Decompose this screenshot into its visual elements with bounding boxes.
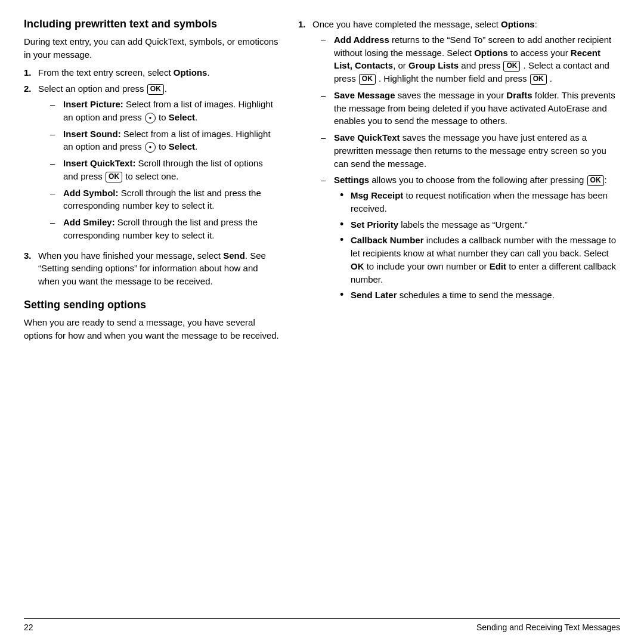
bullet4-text: Send Later schedules a time to send the … (351, 289, 555, 302)
send-bold: Send (223, 250, 245, 261)
bullet2-dot: • (340, 218, 347, 231)
drafts-bold: Drafts (506, 90, 532, 100)
step2-num: 2. (24, 82, 35, 245)
nav-circle-2 (145, 142, 156, 153)
insert-picture-bold: Insert Picture: (63, 99, 123, 109)
dash5: – (50, 216, 60, 242)
select-bold-2: Select (169, 141, 195, 151)
msg-receipt-bold: Msg Receipt (351, 190, 403, 200)
bullet3-text: Callback Number includes a callback numb… (351, 234, 620, 286)
bullet1-text: Msg Receipt to request notification when… (351, 189, 620, 215)
dash1-text: Insert Picture: Select from a list of im… (63, 98, 280, 124)
right-step1-content: Once you have completed the message, sel… (312, 18, 620, 308)
bullet-msg-receipt: • Msg Receipt to request notification wh… (340, 189, 620, 215)
ok-btn-iqt: OK (106, 172, 122, 182)
right-dash-save-message: – Save Message saves the message in your… (321, 89, 620, 128)
dash5-text: Add Smiley: Scroll through the list and … (63, 216, 280, 242)
right-dash4-text: Settings allows you to choose from the f… (334, 174, 620, 305)
right-dash2-text: Save Message saves the message in your D… (334, 89, 620, 128)
bullet1-dot: • (340, 189, 347, 215)
dash1: – (50, 98, 60, 124)
right-dash-settings: – Settings allows you to choose from the… (321, 174, 620, 305)
content-area: Including prewritten text and symbols Du… (24, 18, 620, 612)
bullet-send-later: • Send Later schedules a time to send th… (340, 289, 620, 302)
right-step-1: 1. Once you have completed the message, … (298, 18, 620, 308)
right-dash3-text: Save QuickText saves the message you hav… (334, 131, 620, 170)
section2: Setting sending options When you are rea… (24, 299, 280, 342)
right-numbered-list: 1. Once you have completed the message, … (298, 18, 620, 308)
step1-num: 1. (24, 66, 35, 79)
right-dash4: – (321, 174, 330, 305)
dash-insert-quicktext: – Insert QuickText: Scroll through the l… (50, 157, 280, 183)
section1-intro: During text entry, you can add QuickText… (24, 35, 280, 61)
ok-btn-step2: OK (147, 84, 164, 95)
bullet-set-priority: • Set Priority labels the message as “Ur… (340, 218, 620, 231)
ok-btn-aa1: OK (503, 61, 520, 72)
ok-btn-settings: OK (587, 175, 604, 186)
footer-title: Sending and Receiving Text Messages (476, 623, 620, 632)
set-priority-bold: Set Priority (351, 219, 398, 230)
settings-bold: Settings (334, 175, 369, 185)
options-mid-bold: Options (474, 48, 508, 58)
step2-dash-list: – Insert Picture: Select from a list of … (50, 98, 280, 242)
step3-num: 3. (24, 249, 35, 288)
nav-circle-1 (145, 113, 156, 123)
step2-text: Select an option and press OK. – Insert … (38, 82, 280, 245)
insert-quicktext-bold: Insert QuickText: (63, 158, 135, 168)
footer: 22 Sending and Receiving Text Messages (24, 618, 620, 632)
ok-text-bold: OK (351, 261, 364, 271)
step2-text-content: Select an option and press OK. (38, 83, 167, 94)
right-dash-add-address: – Add Address returns to the “Send To” s… (321, 33, 620, 85)
dash3-text: Insert QuickText: Scroll through the lis… (63, 157, 280, 183)
left-step-2: 2. Select an option and press OK. – Inse… (24, 82, 280, 245)
ok-btn-aa2: OK (359, 74, 376, 85)
step1-options-bold: Options (174, 67, 208, 78)
recent-list-bold: Recent List, Contacts (334, 48, 600, 71)
dash2-text: Insert Sound: Select from a list of imag… (63, 128, 280, 154)
step1-text: From the text entry screen, select Optio… (38, 66, 210, 79)
right-dash3: – (321, 131, 330, 170)
select-bold-1: Select (169, 112, 195, 122)
section1-heading: Including prewritten text and symbols (24, 18, 280, 30)
ok-btn-aa3: OK (530, 74, 547, 85)
section2-intro: When you are ready to send a message, yo… (24, 316, 280, 342)
save-quicktext-bold: Save QuickText (334, 132, 400, 143)
save-message-bold: Save Message (334, 90, 395, 100)
step3-text: When you have finished your message, sel… (38, 249, 280, 288)
right-column: 1. Once you have completed the message, … (298, 18, 620, 612)
dash2: – (50, 128, 60, 154)
right-dash1: – (321, 33, 330, 85)
bullet-callback-number: • Callback Number includes a callback nu… (340, 234, 620, 286)
dash4-text: Add Symbol: Scroll through the list and … (63, 187, 280, 213)
bullet3-dot: • (340, 234, 347, 286)
edit-bold: Edit (490, 261, 506, 271)
footer-page-number: 22 (24, 623, 33, 632)
dash3: – (50, 157, 60, 183)
right-dash-save-quicktext: – Save QuickText saves the message you h… (321, 131, 620, 170)
left-column: Including prewritten text and symbols Du… (24, 18, 280, 612)
group-lists-bold: Group Lists (408, 60, 459, 70)
dash-insert-picture: – Insert Picture: Select from a list of … (50, 98, 280, 124)
page: Including prewritten text and symbols Du… (0, 0, 644, 644)
right-dash-list: – Add Address returns to the “Send To” s… (321, 33, 620, 305)
dash4: – (50, 187, 60, 213)
send-later-bold: Send Later (351, 290, 397, 300)
settings-bullet-list: • Msg Receipt to request notification wh… (340, 189, 620, 302)
add-address-bold: Add Address (334, 35, 389, 45)
dash-add-smiley: – Add Smiley: Scroll through the list an… (50, 216, 280, 242)
options-bold-right: Options (501, 19, 535, 29)
left-step-3: 3. When you have finished your message, … (24, 249, 280, 288)
left-step-1: 1. From the text entry screen, select Op… (24, 66, 280, 79)
add-symbol-bold: Add Symbol: (63, 188, 119, 198)
right-dash2: – (321, 89, 330, 128)
right-step1-num: 1. (298, 18, 309, 308)
callback-number-bold: Callback Number (351, 235, 424, 245)
dash-add-symbol: – Add Symbol: Scroll through the list an… (50, 187, 280, 213)
bullet2-text: Set Priority labels the message as “Urge… (351, 218, 528, 231)
add-smiley-bold: Add Smiley: (63, 217, 115, 227)
dash-insert-sound: – Insert Sound: Select from a list of im… (50, 128, 280, 154)
section2-heading: Setting sending options (24, 299, 280, 311)
right-dash1-text: Add Address returns to the “Send To” scr… (334, 33, 620, 85)
bullet4-dot: • (340, 289, 347, 302)
left-numbered-list: 1. From the text entry screen, select Op… (24, 66, 280, 288)
